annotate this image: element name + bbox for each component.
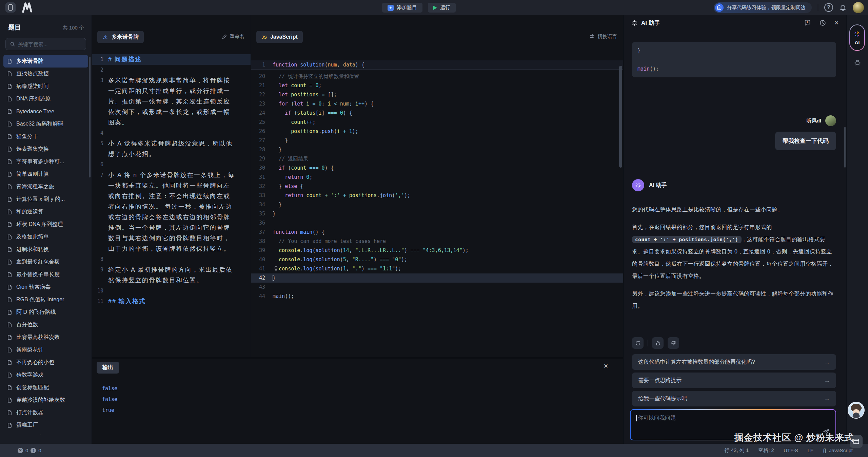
sidebar-item[interactable]: 暴雨梨花针 [3, 344, 88, 356]
search-box[interactable] [5, 38, 86, 50]
problem-tab[interactable]: 多米诺骨牌 [97, 31, 144, 43]
sidebar-item[interactable]: 阿 D 的飞行路线 [3, 306, 88, 319]
help-icon[interactable]: ? [824, 3, 833, 12]
editor-scrollbar[interactable] [619, 66, 622, 168]
search-input[interactable] [18, 41, 85, 47]
sidebar-item[interactable]: Base32 编码和解码 [3, 118, 88, 130]
ai-close-icon[interactable]: ✕ [834, 20, 839, 26]
code-line[interactable]: 29 // 返回结果 [251, 154, 623, 164]
sidebar-item[interactable]: 打点计数器 [3, 406, 88, 419]
sidebar-item[interactable]: 比赛最高获胜次数 [3, 331, 88, 344]
sidebar-item[interactable]: 穿越沙漠的补给次数 [3, 394, 88, 406]
output-close-icon[interactable]: ✕ [604, 363, 608, 370]
suggested-prompt-button[interactable]: 给我一些代码提示吧→ [632, 391, 836, 406]
code-line[interactable]: 23 for (let i = 0; i < num; i++) { [251, 99, 623, 109]
markdown-line[interactable]: 10 [92, 286, 251, 296]
debug-icon[interactable] [847, 58, 868, 66]
markdown-line[interactable]: 3多米诺骨牌游戏规则非常简单，将骨牌按一定间距的尺寸排成单行，或分行排成一片。推… [92, 75, 251, 128]
markdown-line[interactable]: 6 [92, 159, 251, 170]
code-line[interactable]: 34 } [251, 200, 623, 209]
suggested-prompt-button[interactable]: 需要一点思路提示→ [632, 373, 836, 388]
markdown-line[interactable]: 1# 问题描述 [92, 54, 251, 65]
lightbulb-icon[interactable] [273, 266, 279, 271]
sidebar-item[interactable]: 猫鱼分干 [3, 130, 88, 143]
sidebar-item[interactable]: 猜数字游戏 [3, 369, 88, 381]
thumbs-up-icon[interactable] [652, 337, 664, 349]
code-line[interactable]: 33 return count + ':' + positions.join('… [251, 191, 623, 200]
sidebar-item[interactable]: 和的逆运算 [3, 206, 88, 218]
code-line[interactable]: 22 let positions = []; [251, 90, 623, 99]
sidebar-item[interactable]: 不再贪心的小包 [3, 356, 88, 369]
sidebar-item[interactable]: SQL 代码补全 [3, 432, 88, 435]
sidebar-item[interactable]: 字符串有多少种可... [3, 155, 88, 168]
code-line[interactable]: 40 console.log(solution(5, "R....") === … [251, 255, 623, 264]
output-tab[interactable]: 输出 [97, 362, 119, 374]
language-indicator[interactable]: {} JavaScript [823, 448, 853, 453]
switch-language-button[interactable]: 切换语言 [589, 33, 617, 40]
rename-button[interactable]: 重命名 [222, 33, 245, 40]
sidebar-toggle-icon[interactable] [5, 2, 16, 13]
run-button[interactable]: 运行 [428, 3, 456, 13]
sidebar-item[interactable]: 简单四则计算 [3, 168, 88, 180]
code-line[interactable]: 36 [251, 218, 623, 228]
sidebar-item[interactable]: 青海湖租车之旅 [3, 180, 88, 193]
promo-banner[interactable]: 分享代码练习体验，领限量定制周边 [714, 2, 812, 13]
code-line[interactable]: 27 } [251, 136, 623, 145]
sidebar-item[interactable]: 拿到最多红包金额 [3, 256, 88, 268]
sidebar-item[interactable]: 及格如此简单 [3, 231, 88, 243]
sidebar-item[interactable]: 多米诺骨牌 [3, 55, 88, 68]
sidebar-scrollbar[interactable] [89, 57, 91, 177]
markdown-line[interactable]: 2 [92, 65, 251, 75]
thumbs-down-icon[interactable] [668, 337, 679, 349]
sidebar-item[interactable]: 计算位置 x 到 y 的... [3, 193, 88, 206]
sidebar-item[interactable]: Bytedance Tree [3, 105, 88, 118]
code-line[interactable]: 24 if (status[i] === 0) { [251, 109, 623, 118]
history-icon[interactable] [819, 19, 826, 26]
chat-scrollbar[interactable] [844, 127, 846, 168]
sidebar-item[interactable]: 百分位数 [3, 319, 88, 331]
code-line[interactable]: 31 return 0; [251, 173, 623, 182]
code-line[interactable]: 21 let count = 0; [251, 81, 623, 90]
add-question-button[interactable]: + 添加题目 [382, 3, 422, 13]
sidebar-item[interactable]: 病毒感染时间 [3, 80, 88, 93]
markdown-line[interactable]: 7小 A 将 n 个多米诺骨牌放在一条线上，每一块都垂直竖立。他同时将一些骨牌向… [92, 170, 251, 254]
code-line[interactable]: 42} [251, 273, 623, 283]
code-line[interactable]: 32 } else { [251, 182, 623, 191]
sidebar-item[interactable]: RGB 色值转 Integer [3, 293, 88, 306]
code-line[interactable]: 20 // 统计保持竖立的骨牌数量和位置 [251, 72, 623, 81]
assistant-mascot-avatar[interactable] [848, 402, 865, 419]
sidebar-item[interactable]: 蛋糕工厂 [3, 419, 88, 432]
code-line[interactable]: 26 positions.push(i + 1); [251, 127, 623, 136]
sidebar-item[interactable]: 创意标题匹配 [3, 381, 88, 394]
markdown-line[interactable]: 9给定小 A 最初推骨牌的方向，求出最后依然保持竖立的骨牌数目和位置。 [92, 265, 251, 286]
code-line[interactable]: 35} [251, 209, 623, 218]
sidebar-item[interactable]: 链表聚集交换 [3, 143, 88, 155]
code-line[interactable]: 44main(); [251, 292, 623, 301]
regenerate-button[interactable] [632, 337, 644, 349]
markdown-line[interactable]: 8 [92, 254, 251, 265]
markdown-line[interactable]: 4 [92, 128, 251, 138]
markdown-line[interactable]: 11## 输入格式 [92, 296, 251, 307]
code-line[interactable]: 43 [251, 283, 623, 292]
marscode-logo[interactable] [21, 2, 33, 13]
code-line[interactable]: 39 console.log(solution(14, ".L.R...LR..… [251, 246, 623, 255]
suggested-prompt-button[interactable]: 这段代码中计算左右被推数量的部分能再优化吗?→ [632, 354, 836, 370]
code-line[interactable]: 41 console.log(solution(1, ".") === "1:1… [251, 264, 623, 273]
ai-assistant-toggle[interactable]: AI [849, 24, 865, 51]
new-chat-icon[interactable] [804, 19, 811, 26]
sidebar-item[interactable]: DNA 序列还原 [3, 93, 88, 105]
code-line[interactable]: 25 count++; [251, 118, 623, 127]
code-line[interactable]: 1function solution(num, data) { [251, 60, 623, 70]
code-line[interactable]: 30 if (count === 0) { [251, 164, 623, 173]
sidebar-item[interactable]: Cion 勒索病毒 [3, 281, 88, 293]
code-line[interactable]: 28 } [251, 145, 623, 154]
sidebar-item[interactable]: 环状 DNA 序列整理 [3, 218, 88, 231]
sidebar-item[interactable]: 进制求和转换 [3, 243, 88, 256]
markdown-line[interactable]: 5小 A 觉得多米诺骨牌超级没意思，所以他想了点小花招。 [92, 138, 251, 159]
bell-icon[interactable] [839, 4, 847, 11]
sidebar-item[interactable]: 最小替换子串长度 [3, 268, 88, 281]
language-tab[interactable]: JS JavaScript [256, 31, 303, 43]
user-avatar[interactable] [853, 2, 864, 13]
sidebar-item[interactable]: 查找热点数据 [3, 68, 88, 80]
code-line[interactable]: 37function main() { [251, 228, 623, 237]
